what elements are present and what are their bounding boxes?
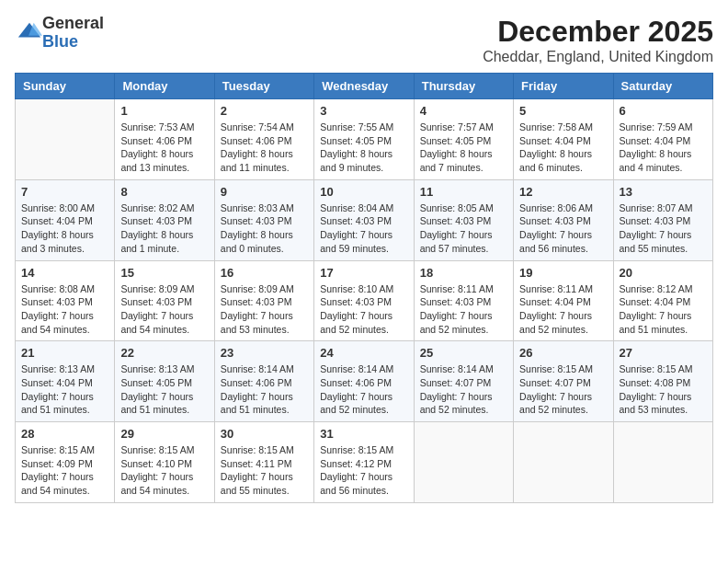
day-info: Sunrise: 8:15 AMSunset: 4:12 PMDaylight:… (320, 443, 407, 498)
day-info: Sunrise: 8:13 AMSunset: 4:05 PMDaylight:… (120, 362, 208, 417)
day-number: 24 (320, 346, 407, 360)
col-header-sunday: Sunday (16, 74, 115, 99)
day-number: 22 (120, 346, 208, 360)
calendar-cell: 14Sunrise: 8:08 AMSunset: 4:03 PMDayligh… (16, 260, 115, 341)
col-header-tuesday: Tuesday (214, 74, 313, 99)
calendar-body: 1Sunrise: 7:53 AMSunset: 4:06 PMDaylight… (16, 99, 713, 503)
calendar-cell: 12Sunrise: 8:06 AMSunset: 4:03 PMDayligh… (514, 179, 613, 260)
calendar-cell: 18Sunrise: 8:11 AMSunset: 4:03 PMDayligh… (414, 260, 513, 341)
day-number: 30 (221, 427, 308, 441)
calendar-cell (414, 422, 513, 503)
calendar-cell: 25Sunrise: 8:14 AMSunset: 4:07 PMDayligh… (414, 341, 513, 422)
day-info: Sunrise: 8:00 AMSunset: 4:04 PMDaylight:… (21, 201, 108, 256)
calendar-cell: 28Sunrise: 8:15 AMSunset: 4:09 PMDayligh… (16, 422, 115, 503)
day-number: 8 (120, 185, 208, 199)
calendar-cell: 24Sunrise: 8:14 AMSunset: 4:06 PMDayligh… (314, 341, 414, 422)
col-header-friday: Friday (514, 74, 613, 99)
calendar-cell: 4Sunrise: 7:57 AMSunset: 4:05 PMDaylight… (414, 99, 513, 180)
day-number: 3 (320, 104, 407, 118)
day-info: Sunrise: 8:14 AMSunset: 4:06 PMDaylight:… (221, 362, 308, 417)
week-row-3: 14Sunrise: 8:08 AMSunset: 4:03 PMDayligh… (16, 260, 713, 341)
day-number: 18 (420, 266, 507, 280)
calendar-cell: 16Sunrise: 8:09 AMSunset: 4:03 PMDayligh… (214, 260, 313, 341)
calendar-cell: 13Sunrise: 8:07 AMSunset: 4:03 PMDayligh… (613, 179, 712, 260)
day-number: 14 (21, 266, 108, 280)
day-number: 11 (420, 185, 507, 199)
day-info: Sunrise: 8:11 AMSunset: 4:03 PMDaylight:… (420, 282, 507, 337)
logo-icon (17, 18, 42, 44)
day-number: 28 (21, 427, 108, 441)
day-info: Sunrise: 7:54 AMSunset: 4:06 PMDaylight:… (221, 121, 308, 175)
day-info: Sunrise: 8:15 AMSunset: 4:09 PMDaylight:… (21, 443, 108, 498)
calendar-table: SundayMondayTuesdayWednesdayThursdayFrid… (15, 73, 713, 503)
day-info: Sunrise: 8:06 AMSunset: 4:03 PMDaylight:… (519, 201, 607, 256)
day-info: Sunrise: 8:02 AMSunset: 4:03 PMDaylight:… (120, 201, 208, 256)
day-number: 25 (420, 346, 507, 360)
day-info: Sunrise: 7:57 AMSunset: 4:05 PMDaylight:… (420, 121, 507, 175)
logo-text: General Blue (42, 15, 104, 52)
day-info: Sunrise: 8:15 AMSunset: 4:08 PMDaylight:… (620, 362, 707, 417)
calendar-cell: 1Sunrise: 7:53 AMSunset: 4:06 PMDaylight… (115, 99, 214, 180)
col-header-monday: Monday (115, 74, 214, 99)
day-info: Sunrise: 7:59 AMSunset: 4:04 PMDaylight:… (620, 121, 707, 175)
col-header-thursday: Thursday (414, 74, 513, 99)
day-number: 19 (519, 266, 607, 280)
calendar-cell: 2Sunrise: 7:54 AMSunset: 4:06 PMDaylight… (214, 99, 313, 180)
calendar-cell: 9Sunrise: 8:03 AMSunset: 4:03 PMDaylight… (214, 179, 313, 260)
day-number: 23 (221, 346, 308, 360)
calendar-subtitle: Cheddar, England, United Kingdom (483, 49, 713, 65)
calendar-cell: 5Sunrise: 7:58 AMSunset: 4:04 PMDaylight… (514, 99, 613, 180)
day-number: 20 (620, 266, 707, 280)
day-number: 10 (320, 185, 407, 199)
calendar-cell (16, 99, 115, 180)
day-number: 5 (519, 104, 607, 118)
day-number: 29 (120, 427, 208, 441)
day-number: 9 (221, 185, 308, 199)
day-info: Sunrise: 8:14 AMSunset: 4:06 PMDaylight:… (320, 362, 407, 417)
day-info: Sunrise: 8:10 AMSunset: 4:03 PMDaylight:… (320, 282, 407, 337)
calendar-cell: 10Sunrise: 8:04 AMSunset: 4:03 PMDayligh… (314, 179, 414, 260)
calendar-cell: 19Sunrise: 8:11 AMSunset: 4:04 PMDayligh… (514, 260, 613, 341)
calendar-cell: 17Sunrise: 8:10 AMSunset: 4:03 PMDayligh… (314, 260, 414, 341)
week-row-2: 7Sunrise: 8:00 AMSunset: 4:04 PMDaylight… (16, 179, 713, 260)
day-info: Sunrise: 8:12 AMSunset: 4:04 PMDaylight:… (620, 282, 707, 337)
calendar-cell: 6Sunrise: 7:59 AMSunset: 4:04 PMDaylight… (613, 99, 712, 180)
calendar-cell: 15Sunrise: 8:09 AMSunset: 4:03 PMDayligh… (115, 260, 214, 341)
day-info: Sunrise: 8:03 AMSunset: 4:03 PMDaylight:… (221, 201, 308, 256)
week-row-4: 21Sunrise: 8:13 AMSunset: 4:04 PMDayligh… (16, 341, 713, 422)
day-info: Sunrise: 7:53 AMSunset: 4:06 PMDaylight:… (120, 121, 208, 175)
day-info: Sunrise: 8:08 AMSunset: 4:03 PMDaylight:… (21, 282, 108, 337)
calendar-cell: 21Sunrise: 8:13 AMSunset: 4:04 PMDayligh… (16, 341, 115, 422)
calendar-cell: 7Sunrise: 8:00 AMSunset: 4:04 PMDaylight… (16, 179, 115, 260)
calendar-cell: 8Sunrise: 8:02 AMSunset: 4:03 PMDaylight… (115, 179, 214, 260)
calendar-cell (514, 422, 613, 503)
day-info: Sunrise: 8:09 AMSunset: 4:03 PMDaylight:… (221, 282, 308, 337)
day-info: Sunrise: 7:58 AMSunset: 4:04 PMDaylight:… (519, 121, 607, 175)
logo: General Blue (15, 15, 104, 52)
day-number: 27 (620, 346, 707, 360)
day-info: Sunrise: 8:13 AMSunset: 4:04 PMDaylight:… (21, 362, 108, 417)
day-number: 21 (21, 346, 108, 360)
day-info: Sunrise: 8:09 AMSunset: 4:03 PMDaylight:… (120, 282, 208, 337)
day-info: Sunrise: 8:07 AMSunset: 4:03 PMDaylight:… (620, 201, 707, 256)
page-header: General Blue December 2025 Cheddar, Engl… (15, 15, 713, 65)
day-info: Sunrise: 8:15 AMSunset: 4:11 PMDaylight:… (221, 443, 308, 498)
day-number: 17 (320, 266, 407, 280)
col-header-saturday: Saturday (613, 74, 712, 99)
calendar-cell: 3Sunrise: 7:55 AMSunset: 4:05 PMDaylight… (314, 99, 414, 180)
calendar-cell: 27Sunrise: 8:15 AMSunset: 4:08 PMDayligh… (613, 341, 712, 422)
day-info: Sunrise: 8:05 AMSunset: 4:03 PMDaylight:… (420, 201, 507, 256)
calendar-cell: 31Sunrise: 8:15 AMSunset: 4:12 PMDayligh… (314, 422, 414, 503)
title-block: December 2025 Cheddar, England, United K… (483, 15, 713, 65)
calendar-cell: 22Sunrise: 8:13 AMSunset: 4:05 PMDayligh… (115, 341, 214, 422)
day-number: 13 (620, 185, 707, 199)
day-info: Sunrise: 8:04 AMSunset: 4:03 PMDaylight:… (320, 201, 407, 256)
calendar-cell: 23Sunrise: 8:14 AMSunset: 4:06 PMDayligh… (214, 341, 313, 422)
day-of-week-header: SundayMondayTuesdayWednesdayThursdayFrid… (16, 74, 713, 99)
day-number: 2 (221, 104, 308, 118)
week-row-5: 28Sunrise: 8:15 AMSunset: 4:09 PMDayligh… (16, 422, 713, 503)
day-number: 7 (21, 185, 108, 199)
day-info: Sunrise: 8:11 AMSunset: 4:04 PMDaylight:… (519, 282, 607, 337)
day-number: 1 (120, 104, 208, 118)
calendar-cell (613, 422, 712, 503)
